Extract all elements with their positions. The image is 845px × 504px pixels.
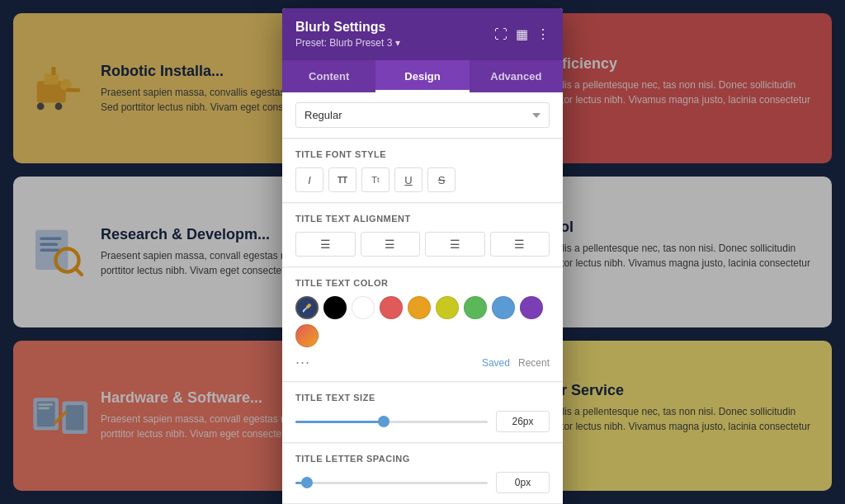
color-row-bottom: ··· Saved Recent [295, 354, 550, 371]
tab-design[interactable]: Design [375, 60, 469, 92]
saved-tab[interactable]: Saved [482, 357, 510, 369]
text-color-section: Title Text Color [282, 268, 563, 382]
text-alignment-label: Title Text Alignment [295, 214, 550, 224]
color-orange[interactable] [408, 296, 431, 319]
align-left-button[interactable]: ☰ [295, 232, 356, 257]
tab-advanced[interactable]: Advanced [470, 60, 563, 92]
letter-spacing-slider-track [295, 482, 488, 484]
align-center-button[interactable]: ☰ [361, 232, 421, 257]
letter-spacing-section: Title Letter Spacing [282, 444, 563, 504]
text-size-section: Title Text Size [282, 383, 563, 443]
more-colors-button[interactable]: ··· [295, 354, 310, 371]
recent-tab[interactable]: Recent [518, 357, 550, 369]
color-purple[interactable] [520, 296, 543, 319]
text-size-slider-thumb[interactable] [378, 416, 389, 427]
color-red[interactable] [380, 296, 403, 319]
modal-header-right: ⛶ ▦ ⋮ [494, 26, 550, 42]
color-gradient[interactable] [295, 324, 319, 347]
chevron-down-icon: ▾ [395, 37, 400, 49]
columns-icon[interactable]: ▦ [516, 26, 528, 42]
blurb-settings-modal: Blurb Settings Preset: Blurb Preset 3 ▾ … [282, 8, 563, 504]
text-size-slider-fill [295, 421, 382, 423]
font-weight-select[interactable]: Regular Bold Light [295, 102, 550, 128]
tab-content[interactable]: Content [282, 60, 375, 92]
letter-spacing-slider-row [295, 472, 550, 493]
modal-overlay: Blurb Settings Preset: Blurb Preset 3 ▾ … [0, 0, 845, 504]
modal-title: Blurb Settings [295, 20, 400, 35]
modal-header: Blurb Settings Preset: Blurb Preset 3 ▾ … [282, 8, 563, 60]
align-right-button[interactable]: ☰ [425, 232, 485, 257]
color-blue[interactable] [492, 296, 515, 319]
text-size-slider-row [295, 411, 550, 432]
font-style-section: Title Font Style I TT Tt U S [282, 139, 563, 203]
more-options-icon[interactable]: ⋮ [536, 26, 550, 42]
modal-body: Regular Bold Light Title Font Style I TT… [282, 92, 563, 504]
underline-button[interactable]: U [394, 167, 422, 192]
align-justify-button[interactable]: ☰ [490, 232, 550, 257]
letter-spacing-label: Title Letter Spacing [295, 454, 550, 464]
color-picker-button[interactable] [295, 296, 319, 319]
color-yellow[interactable] [436, 296, 459, 319]
letter-spacing-slider-thumb[interactable] [301, 477, 313, 488]
font-style-buttons: I TT Tt U S [295, 167, 550, 192]
color-green[interactable] [464, 296, 487, 319]
modal-tabs: Content Design Advanced [282, 60, 563, 92]
text-size-label: Title Text Size [295, 393, 550, 403]
letter-spacing-input[interactable] [496, 472, 550, 493]
color-palette [295, 296, 550, 347]
capitalize-button[interactable]: Tt [361, 167, 389, 192]
text-size-slider-container [295, 413, 488, 430]
color-white[interactable] [352, 296, 375, 319]
strikethrough-button[interactable]: S [427, 167, 456, 192]
font-style-label: Title Font Style [295, 149, 550, 159]
modal-preset[interactable]: Preset: Blurb Preset 3 ▾ [295, 37, 400, 49]
text-size-slider-track [295, 421, 488, 423]
text-color-label: Title Text Color [295, 278, 550, 288]
color-black[interactable] [323, 296, 347, 319]
text-alignment-section: Title Text Alignment ☰ ☰ ☰ ☰ [282, 204, 563, 267]
alignment-buttons: ☰ ☰ ☰ ☰ [295, 232, 550, 257]
letter-spacing-slider-container [295, 474, 488, 491]
italic-button[interactable]: I [295, 167, 323, 192]
fullscreen-icon[interactable]: ⛶ [494, 27, 507, 42]
modal-header-left: Blurb Settings Preset: Blurb Preset 3 ▾ [295, 20, 400, 49]
font-weight-section: Regular Bold Light [282, 92, 563, 139]
uppercase-button[interactable]: TT [328, 167, 356, 192]
saved-recent-tabs: Saved Recent [482, 357, 550, 369]
text-size-input[interactable] [496, 411, 550, 432]
